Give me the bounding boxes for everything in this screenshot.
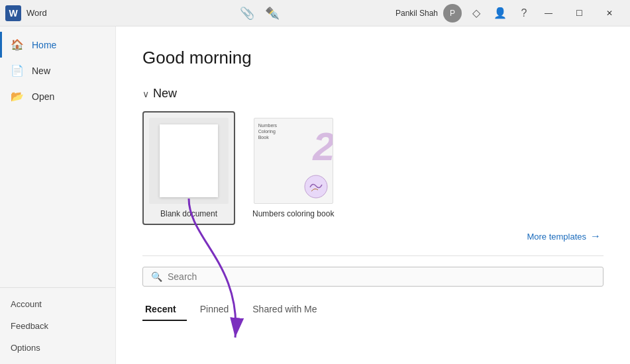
greeting-heading: Good morning — [142, 48, 604, 68]
options-label: Options — [11, 343, 40, 353]
folder-icon: 📂 — [11, 90, 24, 103]
app-name: Word — [26, 8, 47, 18]
coloring-book-number: 2 — [313, 124, 333, 169]
divider — [142, 255, 604, 256]
minimize-button[interactable]: — — [533, 0, 564, 26]
sidebar: 🏠 Home 📄 New 📂 Open Account Feedback Opt… — [0, 26, 116, 364]
main-layout: 🏠 Home 📄 New 📂 Open Account Feedback Opt… — [0, 26, 630, 364]
recent-tabs: Recent Pinned Shared with Me — [142, 300, 604, 321]
word-logo: W — [5, 5, 21, 21]
title-bar-icons: ◇ 👤 ? — [467, 4, 533, 23]
more-templates-arrow-icon: → — [590, 230, 601, 242]
tab-shared[interactable]: Shared with Me — [250, 300, 327, 321]
tab-recent[interactable]: Recent — [142, 300, 187, 321]
user-name: Pankil Shah — [395, 9, 438, 18]
help-icon[interactable]: ? — [515, 4, 533, 23]
coloring-book-label: Numbers coloring book — [252, 209, 334, 218]
account-person-icon[interactable]: 👤 — [491, 4, 509, 23]
sidebar-item-home-label: Home — [32, 40, 56, 50]
more-templates-section: More templates → — [142, 230, 604, 242]
paperclip-icon: 📎 — [240, 6, 254, 21]
feedback-label: Feedback — [11, 321, 48, 331]
coloring-book-thumbnail: NumbersColoringBook 2 — [254, 118, 333, 204]
sidebar-item-home[interactable]: 🏠 Home — [0, 32, 115, 58]
sidebar-item-account[interactable]: Account — [0, 293, 115, 315]
blank-document-card[interactable]: Blank document — [142, 111, 235, 225]
sidebar-item-open[interactable]: 📂 Open — [0, 83, 115, 109]
search-icon: 🔍 — [151, 271, 162, 282]
blank-doc-thumbnail — [149, 118, 229, 204]
chevron-icon[interactable]: ∨ — [142, 89, 149, 99]
new-section-title: New — [153, 87, 177, 101]
pen-icon: ✒️ — [265, 6, 280, 21]
title-bar: W Word 📎 ✒️ Pankil Shah P ◇ 👤 ? — ☐ ✕ — [0, 0, 630, 26]
account-label: Account — [11, 299, 42, 309]
sidebar-item-open-label: Open — [32, 91, 54, 102]
maximize-button[interactable]: ☐ — [564, 0, 594, 26]
sidebar-item-new[interactable]: 📄 New — [0, 58, 115, 83]
new-section-header: ∨ New — [142, 87, 604, 101]
home-icon: 🏠 — [11, 38, 24, 51]
sidebar-item-feedback[interactable]: Feedback — [0, 315, 115, 337]
close-button[interactable]: ✕ — [594, 0, 625, 26]
search-input[interactable] — [168, 271, 595, 282]
title-bar-left: W Word — [5, 5, 125, 21]
blank-document-label: Blank document — [160, 209, 217, 218]
templates-row: Blank document NumbersColoringBook 2 — [142, 111, 604, 225]
coloring-book-decoration — [303, 174, 329, 199]
content-area: Good morning ∨ New Blank document Number… — [116, 26, 630, 364]
title-bar-center: 📎 ✒️ — [125, 6, 395, 21]
user-avatar[interactable]: P — [443, 4, 462, 23]
diamond-icon[interactable]: ◇ — [467, 4, 486, 23]
tab-pinned[interactable]: Pinned — [197, 300, 240, 321]
sidebar-item-options[interactable]: Options — [0, 337, 115, 359]
user-section: Pankil Shah P — [395, 4, 462, 23]
new-doc-icon: 📄 — [11, 64, 24, 77]
more-templates-link[interactable]: More templates → — [527, 230, 601, 242]
coloring-book-card[interactable]: NumbersColoringBook 2 Numbers coloring b… — [246, 111, 341, 225]
sidebar-item-new-label: New — [32, 66, 50, 76]
sidebar-bottom: Account Feedback Options — [0, 287, 115, 364]
coloring-book-small-text: NumbersColoringBook — [258, 122, 277, 140]
window-controls: — ☐ ✕ — [533, 0, 625, 26]
more-templates-text: More templates — [527, 232, 586, 242]
search-bar[interactable]: 🔍 — [142, 267, 604, 287]
blank-doc-inner — [160, 124, 218, 197]
sidebar-top: 🏠 Home 📄 New 📂 Open — [0, 26, 115, 287]
